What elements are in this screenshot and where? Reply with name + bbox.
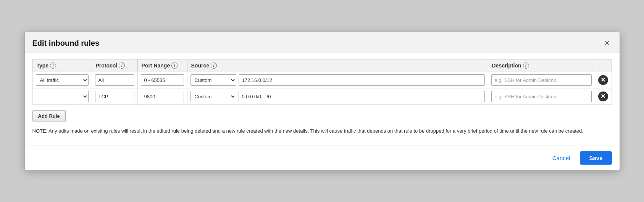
description-input-row-0[interactable] (491, 74, 592, 86)
modal-title: Edit inbound rules (32, 39, 100, 48)
delete-row-button-0[interactable]: ✕ (598, 75, 608, 85)
type-info-icon: i (50, 63, 56, 69)
modal-body: Type i Protocol i Port Range i (25, 53, 620, 146)
table-row: All trafficCustom TCP RuleCustom UDP Rul… (32, 72, 612, 88)
rules-table: Type i Protocol i Port Range i (32, 59, 612, 105)
protocol-input-row-0[interactable] (95, 74, 134, 86)
add-rule-button[interactable]: Add Rule (32, 110, 66, 122)
cancel-button[interactable]: Cancel (548, 152, 575, 164)
col-header-action (595, 59, 612, 72)
port-range-input-row-1[interactable] (141, 91, 184, 102)
description-input-row-1[interactable] (491, 91, 592, 102)
close-button[interactable]: × (602, 38, 612, 48)
edit-inbound-rules-modal: Edit inbound rules × Type i Protocol (24, 32, 620, 170)
modal-footer: Cancel Save (25, 146, 620, 170)
description-info-icon: i (523, 63, 529, 69)
source-select-row-1[interactable]: CustomAnywhereMy IP (190, 91, 236, 102)
col-header-description: Description i (488, 59, 595, 72)
port-range-info-icon: i (171, 63, 178, 69)
col-header-protocol: Protocol i (92, 59, 137, 72)
type-select-row-1[interactable]: All trafficCustom TCP RuleCustom UDP Rul… (36, 91, 89, 102)
protocol-info-icon: i (119, 63, 125, 69)
modal-header: Edit inbound rules × (25, 32, 620, 53)
table-row: All trafficCustom TCP RuleCustom UDP Rul… (32, 88, 612, 105)
protocol-input-row-1[interactable] (95, 91, 134, 102)
source-select-row-0[interactable]: CustomAnywhereMy IP (190, 74, 236, 86)
type-select-row-0[interactable]: All trafficCustom TCP RuleCustom UDP Rul… (36, 74, 89, 86)
delete-row-button-1[interactable]: ✕ (598, 91, 608, 101)
source-ip-input-row-1[interactable] (239, 91, 485, 102)
col-header-port-range: Port Range i (137, 59, 187, 72)
source-info-icon: i (211, 63, 217, 69)
note-text: NOTE: Any edits made on existing rules w… (32, 127, 612, 135)
port-range-input-row-0[interactable] (141, 74, 184, 86)
save-button[interactable]: Save (580, 151, 612, 165)
col-header-type: Type i (32, 59, 92, 72)
source-ip-input-row-0[interactable] (239, 74, 485, 86)
col-header-source: Source i (187, 59, 488, 72)
